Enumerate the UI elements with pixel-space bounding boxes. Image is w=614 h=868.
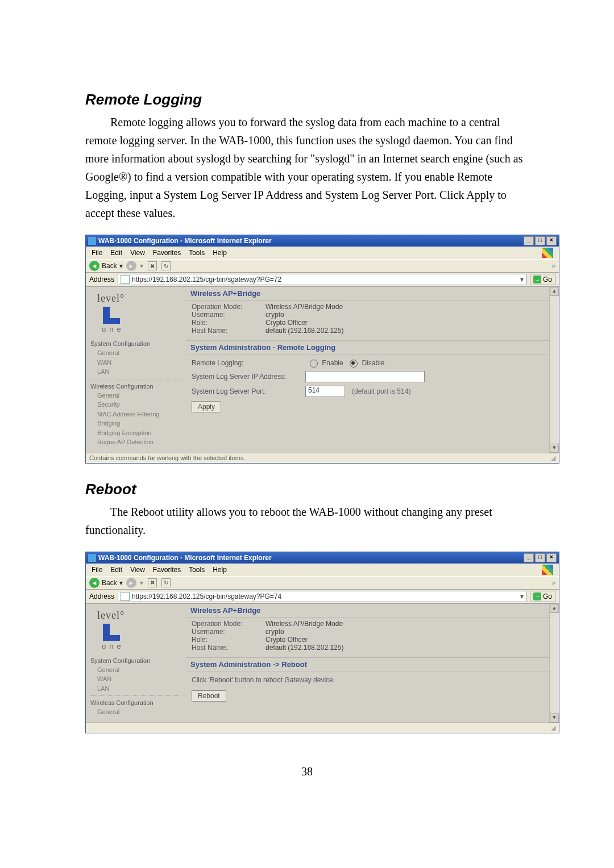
go-button[interactable]: → Go xyxy=(530,274,555,285)
menu-edit[interactable]: Edit xyxy=(110,566,122,574)
vertical-scrollbar[interactable]: ▲ ▼ xyxy=(549,287,559,453)
sidebar-item-mac[interactable]: MAC Address Filtering xyxy=(90,410,182,419)
scroll-up-icon[interactable]: ▲ xyxy=(550,287,559,296)
minimize-button[interactable]: _ xyxy=(524,236,534,245)
sidebar-item-general[interactable]: General xyxy=(90,348,182,358)
reboot-button[interactable]: Reboot xyxy=(192,690,226,702)
page-lock-icon xyxy=(121,592,130,601)
sidebar-item-wan[interactable]: WAN xyxy=(90,674,182,684)
op-mode-label: Operation Mode: xyxy=(192,620,265,628)
menu-tools[interactable]: Tools xyxy=(189,249,205,257)
menu-favorites[interactable]: Favorites xyxy=(153,566,181,574)
brand-text-bottom: one xyxy=(90,325,182,333)
refresh-button[interactable]: ↻ xyxy=(161,578,171,587)
maximize-button[interactable]: □ xyxy=(535,236,545,245)
scroll-down-icon[interactable]: ▼ xyxy=(550,444,559,453)
sidebar-group-wireless: Wireless Configuration xyxy=(90,699,182,706)
username-value: crypto xyxy=(265,628,284,636)
sidebar-item-w-general[interactable]: General xyxy=(90,707,182,717)
ip-input[interactable] xyxy=(305,371,425,382)
op-mode-value: Wireless AP/Bridge Mode xyxy=(265,303,343,311)
sidebar-item-lan[interactable]: LAN xyxy=(90,367,182,377)
menu-view[interactable]: View xyxy=(130,249,145,257)
vertical-scrollbar[interactable]: ▲ ▼ xyxy=(549,604,559,723)
resize-grip-icon[interactable]: ◢ xyxy=(551,454,555,462)
stop-button[interactable]: ✖ xyxy=(148,578,157,587)
op-mode-label: Operation Mode: xyxy=(192,303,265,311)
maximize-button[interactable]: □ xyxy=(535,553,545,562)
apply-button[interactable]: Apply xyxy=(192,401,221,412)
section-heading-reboot: Reboot xyxy=(85,481,529,498)
scroll-up-icon[interactable]: ▲ xyxy=(550,604,559,613)
sidebar-group-system: System Configuration xyxy=(90,340,182,347)
brand-text-bottom: one xyxy=(90,642,182,650)
port-input[interactable]: 514 xyxy=(305,386,345,397)
section-body-reboot: The Reboot utility allows you to reboot … xyxy=(85,503,529,539)
status-text: Contains commands for working with the s… xyxy=(89,454,246,462)
menu-help[interactable]: Help xyxy=(213,249,227,257)
menubar: File Edit View Favorites Tools Help xyxy=(86,247,559,259)
menu-favorites[interactable]: Favorites xyxy=(153,249,181,257)
address-input[interactable]: https://192.168.202.125/cgi-bin/sgateway… xyxy=(118,591,526,602)
reboot-instruction: Click 'Reboot' button to reboot Gateway … xyxy=(192,676,544,684)
page-number: 38 xyxy=(85,765,529,778)
sidebar-item-rogue[interactable]: Rogue AP Detection xyxy=(90,437,182,447)
forward-button[interactable]: ► xyxy=(126,261,136,271)
enable-radio[interactable] xyxy=(310,360,318,368)
back-button[interactable]: ◄ Back ▾ xyxy=(89,578,123,588)
sidebar-item-general[interactable]: General xyxy=(90,665,182,675)
menu-help[interactable]: Help xyxy=(213,566,227,574)
sidebar-item-lan[interactable]: LAN xyxy=(90,684,182,694)
port-label: System Log Server Port: xyxy=(192,387,305,395)
back-icon: ◄ xyxy=(89,578,99,588)
windows-flag-icon xyxy=(542,565,553,575)
address-label: Address xyxy=(89,592,114,600)
menu-file[interactable]: File xyxy=(92,249,102,257)
back-button[interactable]: ◄ Back ▾ xyxy=(89,261,123,271)
sidebar: level° one System Configuration General … xyxy=(86,287,186,453)
remote-logging-label: Remote Logging: xyxy=(192,359,305,367)
sidebar-item-bridging[interactable]: Bridging xyxy=(90,419,182,428)
username-value: crypto xyxy=(265,311,284,319)
main-panel: Wireless AP+Bridge Operation Mode:Wirele… xyxy=(186,604,549,723)
nav-toolbar: ◄ Back ▾ ► ▾ ✖ ↻ » xyxy=(86,259,559,273)
brand-logo-icon xyxy=(103,307,120,324)
role-value: Crypto Officer xyxy=(265,319,308,327)
hostname-value: default (192.168.202.125) xyxy=(265,644,343,652)
section-heading-remote-logging: Remote Logging xyxy=(85,91,529,108)
ie-icon xyxy=(88,237,96,245)
sidebar-item-security[interactable]: Security xyxy=(90,400,182,410)
resize-grip-icon[interactable]: ◢ xyxy=(551,724,555,732)
ip-label: System Log Server IP Address: xyxy=(192,373,305,381)
refresh-button[interactable]: ↻ xyxy=(161,261,171,270)
ie-icon xyxy=(88,554,96,562)
menu-tools[interactable]: Tools xyxy=(189,566,205,574)
disable-radio[interactable] xyxy=(350,360,358,368)
brand-logo-icon xyxy=(103,624,120,641)
address-label: Address xyxy=(89,276,114,283)
scroll-down-icon[interactable]: ▼ xyxy=(550,713,559,723)
sidebar-item-wan[interactable]: WAN xyxy=(90,358,182,368)
address-input[interactable]: https://192.168.202.125/cgi-bin/sgateway… xyxy=(118,274,526,285)
page-lock-icon xyxy=(121,275,130,284)
brand-text-top: level° xyxy=(90,607,182,623)
menu-edit[interactable]: Edit xyxy=(110,249,122,257)
window-title: WAB-1000 Configuration - Microsoft Inter… xyxy=(98,554,272,562)
main-header: Wireless AP+Bridge xyxy=(186,604,549,617)
sidebar-item-w-general[interactable]: General xyxy=(90,391,182,400)
subheader: System Administration - Remote Logging xyxy=(186,340,549,354)
close-button[interactable]: × xyxy=(546,236,557,245)
stop-button[interactable]: ✖ xyxy=(148,261,157,270)
menu-file[interactable]: File xyxy=(92,566,102,574)
minimize-button[interactable]: _ xyxy=(524,553,534,562)
menu-view[interactable]: View xyxy=(130,566,145,574)
go-button[interactable]: → Go xyxy=(530,591,555,602)
status-bar: ◢ xyxy=(86,723,559,733)
close-button[interactable]: × xyxy=(546,553,557,562)
go-arrow-icon: → xyxy=(533,592,541,600)
forward-button[interactable]: ► xyxy=(126,578,136,588)
disable-label: Disable xyxy=(362,359,384,367)
sidebar-item-bridging-enc[interactable]: Bridging Encryption xyxy=(90,428,182,438)
nav-toolbar: ◄ Back ▾ ► ▾ ✖ ↻ » xyxy=(86,576,559,590)
port-hint: (default port is 514) xyxy=(352,387,410,395)
